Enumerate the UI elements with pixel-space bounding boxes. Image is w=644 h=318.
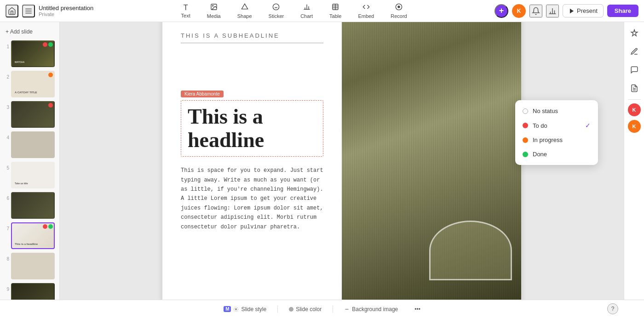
add-slide-button[interactable]: + Add slide [0, 26, 59, 38]
toolbar-table[interactable]: Table [327, 1, 344, 21]
svg-point-17 [398, 6, 400, 8]
slide-num-1: 1 [3, 40, 9, 49]
slide-item-2[interactable]: 2 A CATCHY TITLE [0, 70, 59, 98]
notes-button[interactable] [627, 81, 642, 96]
slide-item-3[interactable]: 3 [0, 100, 59, 129]
topbar: Untitled presentation Private T Text Med… [0, 0, 644, 22]
home-button[interactable] [6, 5, 18, 17]
more-options-button[interactable]: ••• [411, 304, 424, 314]
slide-right-image [342, 22, 521, 300]
table-icon [332, 3, 339, 12]
toolbar: T Text Media Shape Sticker Chart [97, 1, 491, 21]
bottom-divider-2 [333, 306, 333, 313]
notifications-button[interactable] [529, 5, 542, 17]
background-oval [429, 221, 512, 280]
add-slide-label: + Add slide [6, 28, 33, 35]
slide-style-button[interactable]: M Slide style [220, 304, 270, 314]
slide-num-4: 4 [3, 131, 9, 140]
status-item-none[interactable]: No status [515, 104, 598, 118]
slide-thumb-7: This is a headline [11, 222, 55, 249]
toolbar-record[interactable]: Record [388, 1, 409, 21]
bottom-bar: M Slide style Slide color Background ima… [0, 300, 644, 318]
user-avatar[interactable]: K [512, 4, 526, 18]
collaborator-avatar-red[interactable]: K [628, 103, 641, 116]
slide-canvas[interactable]: THIS IS A SUBHEADLINE Kiera Abbamonte Th… [162, 22, 521, 300]
slide-thumb-8 [11, 253, 55, 279]
present-label: Present [577, 7, 598, 14]
status-item-inprogress[interactable]: In progress [515, 133, 598, 147]
toolbar-text[interactable]: T Text [178, 2, 193, 20]
user-label: Kiera Abbamonte [181, 91, 224, 97]
menu-button[interactable] [22, 5, 35, 17]
share-button[interactable]: Share [607, 5, 638, 17]
toolbar-chart[interactable]: Chart [298, 1, 316, 21]
toolbar-table-label: Table [329, 13, 341, 19]
toolbar-shape[interactable]: Shape [235, 1, 255, 21]
magic-write-button[interactable] [627, 26, 642, 40]
comment-button[interactable] [627, 62, 642, 77]
app-subtitle: Private [39, 11, 93, 17]
slide-num-8: 8 [3, 253, 9, 261]
toolbar-embed-label: Embed [358, 13, 374, 19]
toolbar-chart-label: Chart [300, 13, 313, 19]
slide-item-6[interactable]: 6 [0, 191, 59, 220]
svg-point-25 [236, 308, 237, 310]
toolbar-embed[interactable]: Embed [355, 1, 377, 21]
slide-thumb-2: A CATCHY TITLE [11, 71, 55, 97]
add-collaborator-button[interactable]: + [494, 4, 508, 18]
status-label-inprogress: In progress [533, 136, 563, 143]
slide-left: THIS IS A SUBHEADLINE Kiera Abbamonte Th… [162, 22, 342, 300]
media-icon [210, 3, 218, 12]
collaborator-avatar-orange[interactable]: K [628, 120, 641, 133]
slide-num-9: 9 [3, 283, 9, 292]
right-sidebar: K K [624, 22, 644, 300]
slide-style-label: Slide style [241, 306, 266, 312]
status-item-done[interactable]: Done [515, 147, 598, 161]
m-badge: M [224, 306, 231, 312]
status-dropdown: No status To do ✓ In progress Done [515, 100, 598, 165]
slide-num-3: 3 [3, 101, 9, 110]
slide-item-1[interactable]: 1 MATCHA [0, 40, 59, 68]
draw-button[interactable] [627, 44, 642, 59]
toolbar-media[interactable]: Media [204, 1, 224, 21]
svg-point-5 [273, 4, 279, 10]
slide-item-5[interactable]: 5 Take us title [0, 161, 59, 189]
topbar-left: Untitled presentation Private [6, 5, 93, 17]
status-check-icon: ✓ [585, 122, 591, 129]
main-layout: + Add slide 1 MATCHA 2 A CATCHY TITLE 3 … [0, 22, 644, 300]
help-button[interactable]: ? [607, 303, 618, 314]
slide-item-8[interactable]: 8 [0, 252, 59, 280]
record-icon [395, 3, 402, 12]
slide-item-4[interactable]: 4 [0, 131, 59, 159]
embed-icon [362, 3, 370, 12]
slide-num-7: 7 [3, 222, 9, 231]
sidebar-divider [628, 99, 641, 100]
slide-thumb-5: Take us title [11, 162, 55, 188]
subheadline-divider [181, 43, 323, 43]
slide-thumb-3 [11, 101, 55, 128]
slide-thumb-text-2: A CATCHY TITLE [15, 91, 37, 94]
body-text: This is space for you to expand. Just st… [181, 166, 323, 232]
svg-marker-22 [570, 8, 574, 13]
present-button[interactable]: Present [563, 4, 604, 17]
text-icon: T [184, 4, 188, 12]
slide-num-5: 5 [3, 162, 9, 170]
svg-point-4 [212, 5, 213, 6]
slide-item-9[interactable]: 9 [0, 282, 59, 300]
shape-icon [241, 3, 248, 12]
slide-num-6: 6 [3, 192, 9, 201]
analytics-button[interactable] [546, 5, 559, 17]
status-dot-none [523, 108, 528, 114]
slide-color-button[interactable]: Slide color [285, 304, 325, 314]
toolbar-sticker[interactable]: Sticker [266, 1, 287, 21]
status-item-todo[interactable]: To do ✓ [515, 118, 598, 133]
slide-thumb-9 [11, 283, 55, 300]
canvas-area[interactable]: THIS IS A SUBHEADLINE Kiera Abbamonte Th… [60, 22, 624, 300]
headline-section: Kiera Abbamonte This is a headline This … [181, 89, 323, 232]
slide-color-icon [289, 307, 293, 312]
headline-box[interactable]: This is a headline [181, 100, 323, 157]
status-dot-done [523, 152, 528, 157]
background-image-button[interactable]: Background image [340, 304, 402, 314]
slide-item-7[interactable]: 7 This is a headline [0, 221, 59, 250]
background-image-icon [344, 307, 350, 312]
